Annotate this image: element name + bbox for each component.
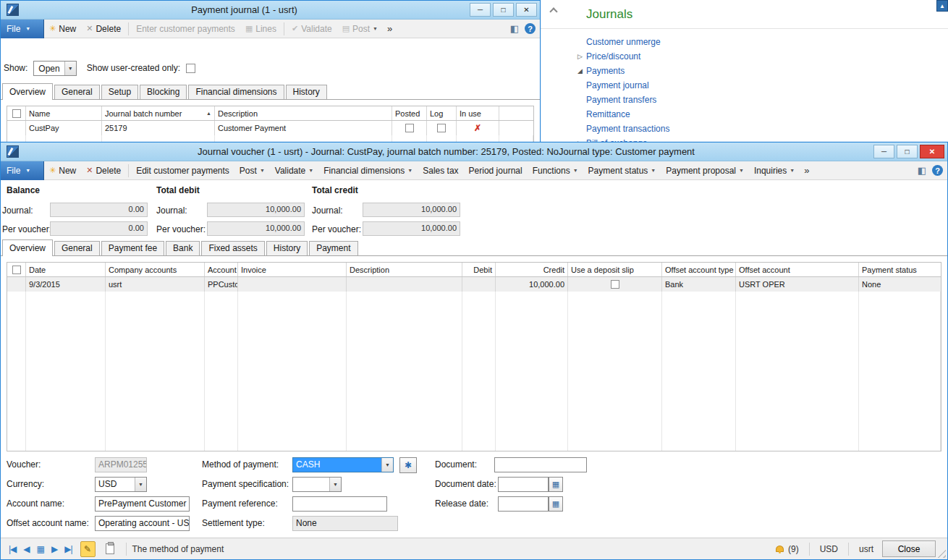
- column-header-account[interactable]: Account: [205, 263, 238, 276]
- tree-item-payments[interactable]: ◢Payments: [541, 64, 948, 78]
- column-header-date[interactable]: Date: [26, 263, 106, 276]
- payment-journal-titlebar[interactable]: Payment journal (1 - usrt) ─ □ ✕: [1, 1, 540, 20]
- tree-item-customer-unmerge[interactable]: Customer unmerge: [541, 35, 948, 49]
- journal-voucher-titlebar[interactable]: Journal voucher (1 - usrt) - Journal: Cu…: [1, 143, 947, 161]
- tab-general[interactable]: General: [54, 85, 100, 99]
- tab-bank[interactable]: Bank: [166, 241, 200, 255]
- column-header-offset-account[interactable]: Offset account: [736, 263, 859, 276]
- column-header-payment-status[interactable]: Payment status: [859, 263, 941, 276]
- select-all-checkbox[interactable]: [12, 109, 21, 118]
- column-header-debit[interactable]: Debit: [462, 263, 496, 276]
- method-of-payment-lookup-button[interactable]: ✱: [399, 457, 417, 473]
- column-header-use-a-deposit-slip[interactable]: Use a deposit slip: [568, 263, 662, 276]
- tree-item-payment-journal[interactable]: Payment journal: [541, 78, 948, 93]
- tree-item-payment-transfers[interactable]: Payment transfers: [541, 93, 948, 107]
- tab-blocking[interactable]: Blocking: [140, 85, 187, 99]
- document-input[interactable]: [494, 457, 587, 472]
- tab-financial-dimensions[interactable]: Financial dimensions: [188, 85, 284, 99]
- toolbar-overflow-button[interactable]: »: [383, 23, 397, 34]
- tree-item-remittance[interactable]: Remittance: [541, 107, 948, 122]
- show-dropdown[interactable]: Open ▼: [33, 61, 76, 76]
- offset-account-name-field[interactable]: Operating account - US: [95, 516, 190, 531]
- tab-overview[interactable]: Overview: [2, 239, 53, 256]
- row-select-cell[interactable]: [7, 277, 26, 292]
- first-record-button[interactable]: |◀: [5, 544, 20, 554]
- release-date-input[interactable]: [498, 496, 549, 512]
- minimize-button[interactable]: ─: [470, 3, 491, 17]
- functions-menu-button[interactable]: Functions▼: [528, 162, 583, 179]
- layout-icon[interactable]: ◧: [510, 23, 519, 34]
- financial-dimensions-menu-button[interactable]: Financial dimensions▼: [318, 162, 418, 179]
- column-header-credit[interactable]: Credit: [496, 263, 568, 276]
- new-button[interactable]: ✳New: [44, 162, 81, 179]
- account-name-field[interactable]: PrePayment Customer: [95, 496, 190, 512]
- tab-overview[interactable]: Overview: [2, 83, 53, 100]
- clipboard-icon[interactable]: [106, 543, 114, 554]
- tab-fixed-assets[interactable]: Fixed assets: [201, 241, 264, 255]
- minimize-button[interactable]: ─: [873, 145, 894, 158]
- column-header-offset-account-type[interactable]: Offset account type: [662, 263, 736, 276]
- previous-record-button[interactable]: ◀: [20, 544, 33, 554]
- period-journal-button[interactable]: Period journal: [464, 162, 528, 179]
- payment-status-menu-button[interactable]: Payment status▼: [583, 162, 661, 179]
- column-header-in-use[interactable]: In use: [457, 106, 499, 120]
- currency-dropdown[interactable]: USD ▼: [95, 477, 147, 492]
- journal-row-custpay[interactable]: CustPay 25179 Customer Payment ✗: [7, 121, 533, 135]
- tab-payment[interactable]: Payment: [309, 241, 357, 255]
- tree-item-payment-transactions[interactable]: Payment transactions: [541, 122, 948, 136]
- close-window-button[interactable]: Close: [882, 540, 936, 557]
- column-header-name[interactable]: Name: [26, 106, 102, 120]
- select-all-checkbox[interactable]: [12, 266, 21, 274]
- last-record-button[interactable]: ▶|: [61, 544, 75, 554]
- edit-record-button[interactable]: ✎: [80, 541, 96, 557]
- maximize-button[interactable]: □: [897, 145, 918, 158]
- toolbar-overflow-button[interactable]: »: [800, 165, 813, 176]
- payment-reference-input[interactable]: [292, 496, 387, 512]
- tab-history[interactable]: History: [286, 85, 327, 99]
- tree-item-price-discount[interactable]: ▷Price/discount: [541, 49, 948, 64]
- validate-button[interactable]: ✔Validate: [287, 20, 337, 38]
- sales-tax-button[interactable]: Sales tax: [418, 162, 463, 179]
- tab-setup[interactable]: Setup: [101, 85, 138, 99]
- inquiries-menu-button[interactable]: Inquiries▼: [749, 162, 800, 179]
- new-button[interactable]: ✳New: [44, 20, 81, 38]
- column-header-posted[interactable]: Posted: [392, 106, 427, 120]
- document-date-calendar-button[interactable]: ▦: [549, 477, 563, 492]
- payment-proposal-menu-button[interactable]: Payment proposal▼: [661, 162, 749, 179]
- grid-view-button[interactable]: ▦: [33, 544, 48, 554]
- column-header-log[interactable]: Log: [427, 106, 457, 120]
- file-menu-button[interactable]: File ▼: [1, 161, 44, 180]
- close-button[interactable]: ✕: [516, 3, 537, 17]
- edit-customer-payments-button[interactable]: Edit customer payments: [131, 162, 234, 179]
- tab-payment-fee[interactable]: Payment fee: [101, 241, 164, 255]
- column-header-invoice[interactable]: Invoice: [238, 263, 347, 276]
- delete-button[interactable]: ✕Delete: [81, 20, 126, 38]
- log-checkbox[interactable]: [437, 124, 446, 132]
- delete-button[interactable]: ✕Delete: [81, 162, 126, 179]
- deposit-slip-checkbox[interactable]: [611, 280, 619, 289]
- scroll-up-button[interactable]: ▲: [936, 0, 948, 12]
- next-record-button[interactable]: ▶: [48, 544, 61, 554]
- maximize-button[interactable]: □: [493, 3, 514, 17]
- validate-menu-button[interactable]: Validate▼: [270, 162, 318, 179]
- layout-icon[interactable]: ◧: [918, 165, 926, 176]
- tab-history[interactable]: History: [266, 241, 308, 255]
- post-button[interactable]: ▤Post▼: [337, 20, 383, 38]
- help-icon[interactable]: ?: [525, 23, 536, 34]
- method-of-payment-dropdown[interactable]: CASH ▼: [292, 457, 394, 472]
- file-menu-button[interactable]: File ▼: [1, 20, 44, 38]
- notifications-bell-icon[interactable]: [776, 546, 784, 552]
- column-header-description[interactable]: Description: [347, 263, 462, 276]
- payment-specification-dropdown[interactable]: ▼: [292, 477, 342, 492]
- user-created-checkbox[interactable]: [186, 64, 195, 73]
- lines-button[interactable]: ▦Lines: [240, 20, 282, 38]
- close-button[interactable]: ✕: [920, 145, 944, 158]
- tab-general[interactable]: General: [54, 241, 100, 255]
- document-date-input[interactable]: [498, 477, 549, 492]
- release-date-calendar-button[interactable]: ▦: [549, 496, 563, 512]
- voucher-line-row[interactable]: 9/3/2015 usrt PPCusto... 10,000.00 Bank …: [7, 277, 941, 292]
- column-header-company-accounts[interactable]: Company accounts: [106, 263, 205, 276]
- posted-checkbox[interactable]: [405, 124, 414, 132]
- help-icon[interactable]: ?: [932, 165, 943, 176]
- enter-customer-payments-button[interactable]: Enter customer payments: [131, 20, 240, 38]
